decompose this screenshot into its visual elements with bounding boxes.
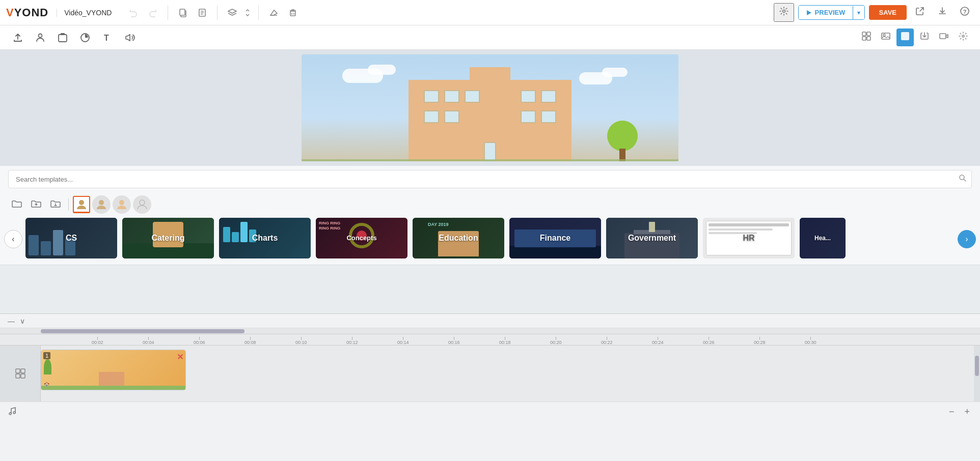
template-government[interactable]: Government — [606, 218, 698, 258]
template-carousel-wrap: ‹ CS Catering — [0, 214, 980, 265]
ruler-mark-00:30: 00:30 — [805, 337, 816, 345]
svg-marker-6 — [228, 9, 236, 13]
template-catering[interactable]: Catering — [122, 218, 214, 258]
chart-tool-button[interactable] — [75, 30, 95, 46]
template-hr[interactable]: HR — [703, 218, 795, 258]
character-tool-button[interactable] — [31, 30, 50, 46]
ruler-mark-00:24: 00:24 — [652, 337, 664, 345]
svg-rect-22 — [862, 37, 866, 40]
scene-thumbnail-1: 🏫 — [41, 350, 185, 390]
svg-point-39 — [9, 413, 11, 415]
ruler-mark-00:04: 00:04 — [143, 337, 154, 345]
template-concepts-label: Concepts — [346, 234, 376, 242]
track-label-column — [0, 345, 41, 401]
share-button[interactable] — [911, 4, 929, 21]
avatar-filter-2[interactable] — [92, 195, 111, 214]
template-healthcare-label: Hea... — [814, 235, 831, 242]
filter-row — [0, 192, 980, 214]
timeline-scroll-thumb[interactable] — [41, 329, 244, 333]
svg-line-13 — [920, 8, 923, 11]
music-icon — [7, 406, 17, 418]
avatar-filter-1[interactable] — [73, 196, 90, 213]
logo-v: V — [6, 6, 14, 19]
folder-import-button[interactable] — [47, 197, 64, 213]
scene-delete-button-1[interactable]: ✕ — [177, 352, 183, 362]
search-submit-button[interactable] — [959, 174, 967, 184]
ruler-mark-00:18: 00:18 — [499, 337, 511, 345]
timeline-section: — ∨ 00:02 00:04 00:06 00:08 00:10 00:12 … — [0, 313, 980, 461]
ruler-mark-00:06: 00:06 — [194, 337, 205, 345]
preview-button-group: PREVIEW ▾ — [798, 5, 865, 20]
svg-rect-21 — [867, 32, 870, 36]
eraser-button[interactable] — [266, 6, 281, 19]
camera-button[interactable] — [935, 28, 952, 46]
avatar-filter-3[interactable] — [113, 195, 131, 214]
svg-rect-20 — [862, 32, 866, 36]
template-catering-label: Catering — [152, 233, 185, 243]
timeline-scrollbar-row[interactable] — [0, 328, 980, 334]
search-input-wrap — [8, 170, 972, 188]
text-tool-button[interactable]: T — [98, 30, 117, 46]
template-education[interactable]: DAY 2019 Education — [413, 218, 504, 258]
template-finance[interactable]: Finance — [509, 218, 601, 258]
scene-settings-button[interactable] — [955, 28, 972, 46]
zoom-controls: − + — [946, 406, 973, 418]
svg-rect-27 — [940, 34, 946, 39]
template-healthcare[interactable]: Hea... — [800, 218, 846, 258]
layers-arrow-button[interactable] — [244, 9, 251, 17]
enter-scene-button[interactable] — [916, 28, 933, 46]
folder-open-button[interactable] — [8, 197, 25, 213]
scene-number-1: 1 — [43, 352, 50, 359]
svg-rect-8 — [290, 11, 295, 16]
template-hr-label: HR — [743, 233, 754, 243]
preview-dropdown-button[interactable]: ▾ — [853, 6, 864, 19]
svg-point-33 — [119, 200, 124, 205]
timeline-scrollbar-thumb[interactable] — [975, 356, 979, 376]
save-button[interactable]: SAVE — [869, 5, 907, 20]
blue-view-button[interactable] — [896, 28, 914, 46]
svg-point-16 — [39, 34, 42, 37]
svg-rect-38 — [21, 374, 25, 378]
zoom-minus-button[interactable]: − — [946, 406, 958, 418]
filter-separator — [68, 198, 69, 211]
carousel-prev-button[interactable]: ‹ — [4, 230, 22, 248]
redo-button[interactable] — [145, 6, 160, 19]
template-charts[interactable]: Charts — [219, 218, 311, 258]
layers-button[interactable] — [225, 6, 240, 19]
paste-button[interactable] — [195, 6, 210, 19]
help-button[interactable]: ? — [956, 4, 974, 21]
avatar-filter-4[interactable] — [133, 195, 151, 214]
scene-block-1[interactable]: 🏫 1 ✕ — [41, 350, 186, 390]
timeline-collapse-button[interactable]: — — [5, 316, 17, 326]
image-view-button[interactable] — [877, 28, 894, 46]
trash-button[interactable] — [285, 6, 301, 19]
upload-tool-button[interactable] — [8, 30, 28, 46]
props-tool-button[interactable] — [53, 30, 72, 46]
svg-rect-36 — [21, 369, 25, 373]
svg-rect-26 — [901, 32, 909, 40]
template-cs-label: CS — [66, 233, 77, 243]
zoom-plus-button[interactable]: + — [961, 406, 973, 418]
timeline-vertical-scrollbar[interactable] — [974, 345, 980, 401]
ruler-mark-00:16: 00:16 — [448, 337, 460, 345]
settings-button[interactable] — [774, 3, 794, 22]
search-input[interactable] — [8, 170, 972, 188]
folder-upload-button[interactable] — [28, 197, 45, 213]
svg-point-28 — [962, 35, 964, 37]
timeline-expand-button[interactable]: ∨ — [17, 316, 28, 326]
track-area: 🏫 1 ✕ — [0, 345, 980, 401]
tree — [607, 121, 638, 161]
toolbar-separator-3 — [258, 6, 259, 20]
audio-tool-button[interactable] — [120, 30, 140, 46]
template-cs[interactable]: CS — [25, 218, 117, 258]
svg-text:T: T — [104, 34, 109, 42]
grid-view-button[interactable] — [858, 28, 875, 46]
carousel-next-button[interactable]: › — [958, 230, 976, 248]
svg-rect-35 — [16, 369, 20, 373]
svg-rect-1 — [180, 9, 185, 15]
undo-button[interactable] — [126, 6, 141, 19]
download-button[interactable] — [933, 4, 951, 21]
template-concepts[interactable]: RING RINGRING RING Concepts — [316, 218, 407, 258]
copy-button[interactable] — [175, 6, 190, 19]
preview-button[interactable]: PREVIEW — [799, 6, 853, 19]
